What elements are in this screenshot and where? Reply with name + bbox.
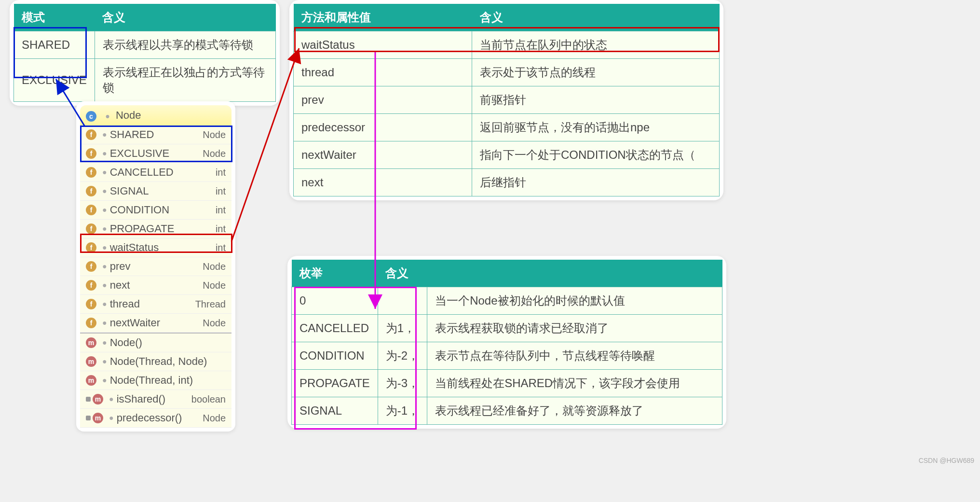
method-name: predecessor() [117,412,203,424]
field-icon: f [86,186,96,196]
prop-name: predecessor [294,114,472,141]
lock-icon [86,397,91,402]
separator-dot: ● [102,281,107,290]
field-icon: f [86,129,96,140]
separator-dot: ● [102,187,107,195]
field-name: SHARED [110,128,203,141]
prop-meaning: 前驱指针 [472,86,720,114]
separator-dot: ● [102,262,107,271]
node-field-row: f●CANCELLEDint [80,163,231,182]
method-name: Node() [110,336,226,349]
field-type: int [216,205,226,216]
enum-table: 枚举 含义 0当一个Node被初始化的时候的默认值CANCELLED为1，表示线… [291,260,722,425]
node-field-row: f●EXCLUSIVENode [80,144,231,163]
node-field-row: f●SIGNALint [80,182,231,201]
field-name: thread [110,298,195,310]
separator-dot: ● [102,338,107,347]
enum-name: PROPAGATE [292,370,378,397]
prop-meaning: 当前节点在队列中的状态 [472,31,720,59]
field-icon: f [86,242,96,253]
separator-dot: ● [102,357,107,366]
enum-meaning: 表示节点在等待队列中，节点线程等待唤醒 [427,342,722,370]
enum-name: SIGNAL [292,397,378,425]
field-name: EXCLUSIVE [110,147,203,160]
field-type: int [216,223,226,235]
field-type: int [216,167,226,178]
enum-val: 为-3， [378,370,427,397]
separator-dot: ● [102,319,107,327]
separator-dot: ● [109,395,114,404]
meaning-cell: 表示线程正在以独占的方式等待锁 [95,59,275,102]
separator-dot: ● [109,414,114,422]
prop-name: waitStatus [294,31,472,59]
field-name: nextWaiter [110,317,203,329]
field-type: int [216,242,226,253]
mode-cell: SHARED [14,31,95,59]
mode-header-mode: 模式 [14,4,95,31]
node-class-name: Node [116,109,141,121]
table-row: CONDITION为-2，表示节点在等待队列中，节点线程等待唤醒 [292,342,722,370]
field-name: CANCELLED [110,166,216,179]
prop-meaning: 表示处于该节点的线程 [472,59,720,86]
prop-meaning: 指向下一个处于CONDITION状态的节点（ [472,141,720,169]
separator-dot: ● [102,243,107,252]
field-name: PROPAGATE [110,223,216,235]
field-type: Node [203,261,226,272]
method-name: Node(Thread, int) [110,374,226,387]
field-icon: f [86,318,96,328]
watermark: CSDN @HGW689 [919,457,974,464]
enum-name: CANCELLED [292,315,378,342]
table-row: prev前驱指针 [294,86,720,114]
node-method-row: m●isShared()boolean [80,390,231,409]
table-row: EXCLUSIVE 表示线程正在以独占的方式等待锁 [14,59,276,102]
meaning-cell: 表示线程以共享的模式等待锁 [95,31,275,59]
enum-name: CONDITION [292,342,378,370]
prop-name: thread [294,59,472,86]
enum-header-meaning: 含义 [378,260,722,287]
table-row: PROPAGATE为-3，当前线程处在SHARED情况下，该字段才会使用 [292,370,722,397]
separator-dot: ● [102,206,107,214]
table-row: next后继指针 [294,169,720,196]
methods-header-meaning: 含义 [472,4,720,31]
enum-meaning: 表示线程获取锁的请求已经取消了 [427,315,722,342]
prop-meaning: 后继指针 [472,169,720,196]
node-field-row: f●nextWaiterNode [80,314,231,333]
method-name: isShared() [117,393,191,405]
enum-meaning: 当前线程处在SHARED情况下，该字段才会使用 [427,370,722,397]
node-field-row: f●threadThread [80,295,231,314]
node-field-row: f●waitStatusint [80,238,231,257]
field-type: Node [203,129,226,140]
lock-icon [86,416,91,420]
mode-cell: EXCLUSIVE [14,59,95,102]
field-type: Node [203,148,226,159]
node-class-panel: c ● Node f●SHAREDNodef●EXCLUSIVENodef●CA… [76,101,235,432]
mode-table: 模式 含义 SHARED 表示线程以共享的模式等待锁 EXCLUSIVE 表示线… [14,4,276,102]
enum-val [378,287,427,315]
field-icon: f [86,261,96,272]
separator-dot: ● [102,376,107,385]
separator-dot: ● [102,130,107,139]
table-row: SIGNAL为-1，表示线程已经准备好了，就等资源释放了 [292,397,722,425]
table-row: waitStatus当前节点在队列中的状态 [294,31,720,59]
node-method-row: m●Node() [80,333,231,352]
field-type: Thread [195,299,226,310]
field-icon: f [86,205,96,215]
table-row: SHARED 表示线程以共享的模式等待锁 [14,31,276,59]
method-icon: m [86,337,96,348]
enum-val: 为-1， [378,397,427,425]
enum-val: 为-2， [378,342,427,370]
field-icon: f [86,299,96,309]
prop-meaning: 返回前驱节点，没有的话抛出npe [472,114,720,141]
separator-dot: ● [105,112,110,120]
table-row: CANCELLED为1，表示线程获取锁的请求已经取消了 [292,315,722,342]
field-name: prev [110,260,203,273]
node-field-row: f●SHAREDNode [80,126,231,144]
table-row: predecessor返回前驱节点，没有的话抛出npe [294,114,720,141]
table-row: thread表示处于该节点的线程 [294,59,720,86]
node-field-row: f●prevNode [80,257,231,276]
enum-table-panel: 枚举 含义 0当一个Node被初始化的时候的默认值CANCELLED为1，表示线… [287,256,726,429]
field-icon: f [86,167,96,178]
field-name: waitStatus [110,241,216,254]
methods-table-panel: 方法和属性值 含义 waitStatus当前节点在队列中的状态thread表示处… [289,0,723,200]
table-row: nextWaiter指向下一个处于CONDITION状态的节点（ [294,141,720,169]
